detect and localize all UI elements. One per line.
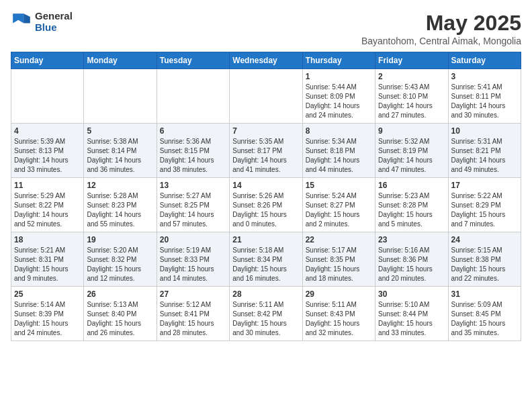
day-number: 30	[378, 289, 445, 299]
day-number: 3	[451, 72, 518, 81]
page-header: General Blue May 2025 Bayantohom, Centra…	[11, 11, 521, 46]
calendar-week-row: 11Sunrise: 5:29 AM Sunset: 8:22 PM Dayli…	[11, 178, 521, 232]
day-number: 16	[378, 181, 445, 190]
logo-blue-text: Blue	[35, 22, 73, 34]
calendar-cell: 6Sunrise: 5:36 AM Sunset: 8:15 PM Daylig…	[157, 124, 229, 178]
calendar-week-row: 25Sunrise: 5:14 AM Sunset: 8:39 PM Dayli…	[11, 287, 521, 341]
calendar-cell	[157, 69, 229, 124]
day-info: Sunrise: 5:44 AM Sunset: 8:09 PM Dayligh…	[306, 83, 372, 120]
day-info: Sunrise: 5:20 AM Sunset: 8:32 PM Dayligh…	[87, 246, 153, 283]
calendar-cell: 16Sunrise: 5:23 AM Sunset: 8:28 PM Dayli…	[375, 178, 448, 232]
day-number: 26	[87, 289, 153, 299]
day-info: Sunrise: 5:34 AM Sunset: 8:18 PM Dayligh…	[306, 137, 372, 175]
day-number: 11	[14, 181, 81, 190]
calendar-cell: 28Sunrise: 5:11 AM Sunset: 8:42 PM Dayli…	[230, 287, 302, 341]
column-header-friday: Friday	[375, 52, 448, 69]
day-number: 1	[306, 72, 372, 81]
calendar-cell: 29Sunrise: 5:11 AM Sunset: 8:43 PM Dayli…	[302, 287, 375, 341]
logo-icon	[11, 11, 32, 33]
day-number: 13	[160, 181, 226, 190]
day-info: Sunrise: 5:11 AM Sunset: 8:43 PM Dayligh…	[306, 300, 372, 338]
day-info: Sunrise: 5:24 AM Sunset: 8:27 PM Dayligh…	[306, 191, 372, 229]
day-number: 17	[451, 181, 518, 190]
day-number: 27	[160, 289, 226, 299]
location-subtitle: Bayantohom, Central Aimak, Mongolia	[361, 36, 521, 46]
calendar-week-row: 18Sunrise: 5:21 AM Sunset: 8:31 PM Dayli…	[11, 232, 521, 287]
calendar-week-row: 4Sunrise: 5:39 AM Sunset: 8:13 PM Daylig…	[11, 124, 521, 178]
title-block: May 2025 Bayantohom, Central Aimak, Mong…	[361, 11, 521, 46]
calendar-cell: 21Sunrise: 5:18 AM Sunset: 8:34 PM Dayli…	[230, 232, 302, 287]
logo-general-text: General	[35, 11, 73, 22]
day-info: Sunrise: 5:26 AM Sunset: 8:26 PM Dayligh…	[232, 191, 299, 229]
day-number: 29	[306, 289, 372, 299]
day-info: Sunrise: 5:28 AM Sunset: 8:23 PM Dayligh…	[87, 191, 153, 229]
day-info: Sunrise: 5:43 AM Sunset: 8:10 PM Dayligh…	[378, 83, 445, 120]
day-number: 12	[87, 181, 153, 190]
day-info: Sunrise: 5:12 AM Sunset: 8:41 PM Dayligh…	[160, 300, 226, 338]
calendar-cell: 24Sunrise: 5:15 AM Sunset: 8:38 PM Dayli…	[448, 232, 521, 287]
calendar-cell: 10Sunrise: 5:31 AM Sunset: 8:21 PM Dayli…	[448, 124, 521, 178]
day-number: 6	[160, 126, 226, 136]
day-info: Sunrise: 5:18 AM Sunset: 8:34 PM Dayligh…	[232, 246, 299, 283]
day-info: Sunrise: 5:17 AM Sunset: 8:35 PM Dayligh…	[306, 246, 372, 283]
day-number: 24	[451, 235, 518, 244]
calendar-cell: 22Sunrise: 5:17 AM Sunset: 8:35 PM Dayli…	[302, 232, 375, 287]
calendar-cell: 20Sunrise: 5:19 AM Sunset: 8:33 PM Dayli…	[157, 232, 229, 287]
column-header-tuesday: Tuesday	[157, 52, 229, 69]
day-info: Sunrise: 5:13 AM Sunset: 8:40 PM Dayligh…	[87, 300, 153, 338]
calendar-cell: 23Sunrise: 5:16 AM Sunset: 8:36 PM Dayli…	[375, 232, 448, 287]
calendar-cell: 1Sunrise: 5:44 AM Sunset: 8:09 PM Daylig…	[302, 69, 375, 124]
calendar-cell: 27Sunrise: 5:12 AM Sunset: 8:41 PM Dayli…	[157, 287, 229, 341]
svg-marker-0	[13, 13, 24, 23]
day-info: Sunrise: 5:23 AM Sunset: 8:28 PM Dayligh…	[378, 191, 445, 229]
day-number: 10	[451, 126, 518, 136]
calendar-week-row: 1Sunrise: 5:44 AM Sunset: 8:09 PM Daylig…	[11, 69, 521, 124]
day-number: 9	[378, 126, 445, 136]
calendar-cell: 12Sunrise: 5:28 AM Sunset: 8:23 PM Dayli…	[84, 178, 157, 232]
day-info: Sunrise: 5:38 AM Sunset: 8:14 PM Dayligh…	[87, 137, 153, 175]
calendar-cell	[230, 69, 302, 124]
day-number: 21	[232, 235, 299, 244]
day-info: Sunrise: 5:31 AM Sunset: 8:21 PM Dayligh…	[451, 137, 518, 175]
svg-marker-1	[24, 13, 30, 23]
calendar-cell: 15Sunrise: 5:24 AM Sunset: 8:27 PM Dayli…	[302, 178, 375, 232]
day-number: 31	[451, 289, 518, 299]
calendar-cell: 13Sunrise: 5:27 AM Sunset: 8:25 PM Dayli…	[157, 178, 229, 232]
day-info: Sunrise: 5:27 AM Sunset: 8:25 PM Dayligh…	[160, 191, 226, 229]
day-info: Sunrise: 5:16 AM Sunset: 8:36 PM Dayligh…	[378, 246, 445, 283]
day-number: 25	[14, 289, 81, 299]
day-number: 19	[87, 235, 153, 244]
calendar-cell: 9Sunrise: 5:32 AM Sunset: 8:19 PM Daylig…	[375, 124, 448, 178]
column-header-saturday: Saturday	[448, 52, 521, 69]
day-number: 22	[306, 235, 372, 244]
calendar-cell: 17Sunrise: 5:22 AM Sunset: 8:29 PM Dayli…	[448, 178, 521, 232]
day-number: 7	[232, 126, 299, 136]
day-info: Sunrise: 5:10 AM Sunset: 8:44 PM Dayligh…	[378, 300, 445, 338]
calendar-cell: 2Sunrise: 5:43 AM Sunset: 8:10 PM Daylig…	[375, 69, 448, 124]
column-header-wednesday: Wednesday	[230, 52, 302, 69]
day-info: Sunrise: 5:19 AM Sunset: 8:33 PM Dayligh…	[160, 246, 226, 283]
day-info: Sunrise: 5:29 AM Sunset: 8:22 PM Dayligh…	[14, 191, 81, 229]
day-info: Sunrise: 5:11 AM Sunset: 8:42 PM Dayligh…	[232, 300, 299, 338]
day-number: 14	[232, 181, 299, 190]
calendar-cell	[11, 69, 84, 124]
calendar-cell	[84, 69, 157, 124]
day-info: Sunrise: 5:21 AM Sunset: 8:31 PM Dayligh…	[14, 246, 81, 283]
calendar-cell: 11Sunrise: 5:29 AM Sunset: 8:22 PM Dayli…	[11, 178, 84, 232]
day-number: 8	[306, 126, 372, 136]
calendar-cell: 3Sunrise: 5:41 AM Sunset: 8:11 PM Daylig…	[448, 69, 521, 124]
day-info: Sunrise: 5:36 AM Sunset: 8:15 PM Dayligh…	[160, 137, 226, 175]
day-number: 28	[232, 289, 299, 299]
logo-text: General Blue	[35, 11, 73, 33]
month-year-title: May 2025	[361, 11, 521, 36]
day-info: Sunrise: 5:35 AM Sunset: 8:17 PM Dayligh…	[232, 137, 299, 175]
day-info: Sunrise: 5:14 AM Sunset: 8:39 PM Dayligh…	[14, 300, 81, 338]
column-header-sunday: Sunday	[11, 52, 84, 69]
day-number: 20	[160, 235, 226, 244]
day-number: 18	[14, 235, 81, 244]
day-number: 23	[378, 235, 445, 244]
day-info: Sunrise: 5:39 AM Sunset: 8:13 PM Dayligh…	[14, 137, 81, 175]
column-header-monday: Monday	[84, 52, 157, 69]
calendar-table: SundayMondayTuesdayWednesdayThursdayFrid…	[11, 52, 521, 341]
column-header-thursday: Thursday	[302, 52, 375, 69]
